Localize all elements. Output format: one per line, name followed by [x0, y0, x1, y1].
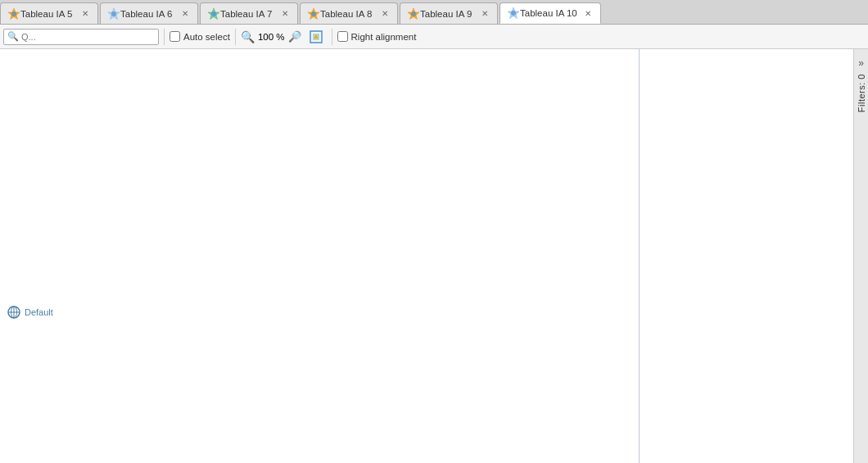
tableau-icon-6 — [107, 7, 120, 20]
separator-1 — [164, 29, 165, 45]
auto-select-checkbox-container[interactable]: Auto select — [170, 31, 230, 42]
tableau-icon-7 — [207, 7, 220, 20]
tab-close-9[interactable]: ✕ — [479, 8, 491, 20]
tab-label-7: Tableau IA 7 — [220, 9, 274, 19]
tab-close-6[interactable]: ✕ — [179, 8, 191, 20]
filters-label-container: Filters: 0 — [857, 74, 866, 112]
auto-select-checkbox[interactable] — [170, 31, 180, 42]
search-icon: 🔍 — [7, 31, 19, 42]
search-box[interactable]: 🔍 — [3, 29, 159, 45]
tableau-icon-9 — [407, 7, 420, 20]
tab-label-5: Tableau IA 5 — [20, 9, 75, 19]
tableau-icon-10 — [507, 7, 520, 20]
toolbar: 🔍 Auto select 🔍 100 % 🔎 Right alignment — [0, 25, 868, 49]
canvas-divider — [639, 49, 640, 463]
right-alignment-checkbox[interactable] — [337, 31, 348, 42]
tab-bar: Tableau IA 5 ✕ Tableau IA 6 ✕ Tableau IA… — [0, 0, 868, 25]
svg-point-3 — [111, 11, 116, 16]
tab-close-8[interactable]: ✕ — [379, 8, 391, 20]
zoom-value: 100 % — [258, 32, 285, 42]
tab-tableau-ia-10[interactable]: Tableau IA 10 ✕ — [500, 2, 601, 24]
svg-point-9 — [411, 11, 416, 16]
default-badge: Default — [7, 305, 53, 320]
tab-tableau-ia-9[interactable]: Tableau IA 9 ✕ — [400, 2, 498, 24]
svg-point-11 — [511, 11, 516, 16]
tab-close-7[interactable]: ✕ — [279, 8, 291, 20]
separator-3 — [332, 29, 332, 45]
tab-label-8: Tableau IA 8 — [320, 9, 374, 19]
right-alignment-checkbox-container[interactable]: Right alignment — [337, 31, 417, 42]
search-input[interactable] — [21, 32, 155, 42]
svg-point-7 — [311, 11, 316, 16]
tab-label-9: Tableau IA 9 — [420, 9, 474, 19]
tab-tableau-ia-5[interactable]: Tableau IA 5 ✕ — [0, 2, 98, 24]
tab-tableau-ia-8[interactable]: Tableau IA 8 ✕ — [300, 2, 398, 24]
tab-tableau-ia-7[interactable]: Tableau IA 7 ✕ — [200, 2, 298, 24]
zoom-in-icon[interactable]: 🔎 — [287, 30, 302, 44]
fit-view-icon — [309, 30, 323, 44]
tab-close-10[interactable]: ✕ — [582, 7, 594, 19]
zoom-controls: 🔍 100 % 🔎 — [241, 30, 302, 44]
zoom-out-icon[interactable]: 🔍 — [241, 30, 255, 44]
right-alignment-label: Right alignment — [351, 32, 417, 42]
tab-close-5[interactable]: ✕ — [79, 8, 91, 20]
filters-sidebar: » Filters: 0 — [853, 49, 868, 463]
tab-label-10: Tableau IA 10 — [520, 8, 577, 18]
svg-point-5 — [211, 11, 216, 16]
main-area: Default » Filters: 0 — [0, 49, 868, 463]
filters-label: Filters: 0 — [857, 74, 866, 112]
auto-select-label: Auto select — [183, 32, 230, 42]
filters-chevron-icon[interactable]: » — [858, 57, 864, 69]
tableau-icon-8 — [307, 7, 320, 20]
globe-icon — [7, 305, 21, 320]
default-label: Default — [25, 307, 53, 317]
fit-view-button[interactable] — [305, 28, 327, 46]
tableau-icon-5 — [7, 7, 20, 20]
tab-label-6: Tableau IA 6 — [120, 9, 174, 19]
tab-tableau-ia-6[interactable]: Tableau IA 6 ✕ — [100, 2, 198, 24]
svg-point-1 — [11, 11, 16, 16]
separator-2 — [235, 29, 236, 45]
canvas-area: Default — [0, 49, 853, 463]
